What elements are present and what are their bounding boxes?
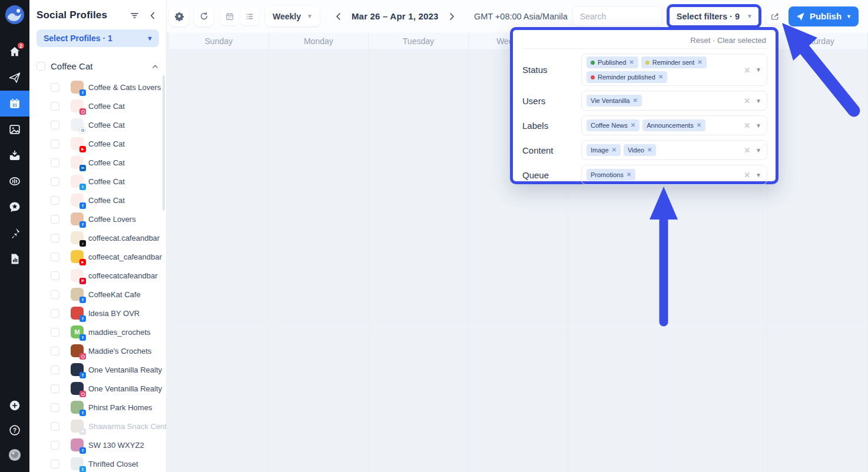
chevron-down-icon[interactable]: ▼ <box>756 98 761 104</box>
profile-row[interactable]: Pcoffeecatcafeandbar <box>29 266 166 285</box>
remove-tag-icon[interactable]: ✕ <box>632 98 637 104</box>
profile-checkbox[interactable] <box>51 158 59 167</box>
profiles-filter-icon[interactable] <box>130 11 140 21</box>
search-input[interactable] <box>572 6 662 26</box>
chevron-up-icon[interactable] <box>151 62 159 70</box>
profile-checkbox[interactable] <box>51 215 59 224</box>
profile-row[interactable]: ✳Shawarma Snack Cente… <box>29 417 166 436</box>
sidebar-item-calendar[interactable]: 31 <box>0 91 29 117</box>
calendar-view-button[interactable] <box>221 8 238 25</box>
sidebar-item-reports[interactable] <box>0 246 29 272</box>
profile-row[interactable]: ♪coffeecat.cafeandbar <box>29 228 166 247</box>
profile-row[interactable]: fCoffeeKat Cafe <box>29 285 166 304</box>
profile-row[interactable]: inCoffee Cat <box>29 153 166 172</box>
profile-row[interactable]: fSW 130 WXYZ2 <box>29 436 166 454</box>
profile-checkbox[interactable] <box>51 328 59 337</box>
sidebar-item-home[interactable]: 2 <box>0 39 29 65</box>
profile-row[interactable]: fPhirst Park Homes <box>29 398 166 417</box>
filter-field-content[interactable]: Image✕Video✕✕▼ <box>581 140 767 160</box>
remove-tag-icon[interactable]: ✕ <box>697 122 701 128</box>
profile-row[interactable]: fCoffee Cat <box>29 191 166 210</box>
profile-checkbox[interactable] <box>51 271 59 280</box>
profile-row[interactable]: fCoffee & Cats Lovers <box>29 78 166 97</box>
profile-checkbox[interactable] <box>51 309 59 318</box>
profile-row[interactable]: Coffee Cat <box>29 97 166 115</box>
profile-checkbox[interactable] <box>51 365 59 374</box>
remove-tag-icon[interactable]: ✕ <box>658 74 663 80</box>
profile-row[interactable]: Maddie's Crochets <box>29 341 166 360</box>
profile-checkbox[interactable] <box>51 139 59 148</box>
publish-button[interactable]: Publish ▼ <box>789 6 859 26</box>
day-column-saturday[interactable] <box>768 50 868 472</box>
profile-group-row[interactable]: Coffee Cat <box>29 59 166 73</box>
profile-checkbox[interactable] <box>51 460 59 468</box>
profile-row[interactable]: GCoffee Cat <box>29 115 166 134</box>
remove-tag-icon[interactable]: ✕ <box>627 172 631 178</box>
remove-tag-icon[interactable]: ✕ <box>631 122 635 128</box>
profile-checkbox[interactable] <box>51 83 59 92</box>
day-column-sunday[interactable] <box>169 50 269 472</box>
profile-checkbox[interactable] <box>51 403 59 412</box>
profile-checkbox[interactable] <box>51 177 59 186</box>
profile-checkbox[interactable] <box>51 384 59 393</box>
sidebar-item-publish-plane[interactable] <box>0 65 29 91</box>
panel-scrollbar[interactable] <box>163 75 165 211</box>
view-mode-dropdown[interactable]: Weekly ▼ <box>266 6 320 26</box>
profile-checkbox[interactable] <box>51 290 59 299</box>
filter-field-queue[interactable]: Promotions✕✕▼ <box>581 165 767 185</box>
share-button[interactable] <box>766 8 784 25</box>
profile-row[interactable]: Mfmaddies_crochets <box>29 323 166 341</box>
profile-row[interactable]: fCoffee Lovers <box>29 210 166 228</box>
app-logo-icon[interactable] <box>5 5 25 25</box>
profile-row[interactable]: One Ventanilla Realty <box>29 379 166 398</box>
settings-button[interactable] <box>169 6 189 26</box>
profile-checkbox[interactable] <box>51 121 59 129</box>
refresh-button[interactable] <box>194 6 214 26</box>
remove-tag-icon[interactable]: ✕ <box>612 147 617 153</box>
sidebar-item-pins[interactable] <box>0 220 29 246</box>
filter-field-status[interactable]: Published✕Reminder sent✕Reminder publish… <box>581 54 767 86</box>
sidebar-item-reviews[interactable] <box>0 194 29 220</box>
day-column-monday[interactable] <box>269 50 369 472</box>
sidebar-item-avatar[interactable] <box>0 443 29 467</box>
clear-field-icon[interactable]: ✕ <box>744 122 750 129</box>
chevron-down-icon[interactable]: ▼ <box>756 172 761 178</box>
profile-checkbox[interactable] <box>51 347 59 355</box>
reset-filters-link[interactable]: Reset <box>690 36 710 45</box>
filter-field-users[interactable]: Vie Ventanilla✕✕▼ <box>581 91 767 111</box>
clear-field-icon[interactable]: ✕ <box>744 97 750 105</box>
day-column-tuesday[interactable] <box>369 50 469 472</box>
filter-field-labels[interactable]: Coffee News✕Announcements✕✕▼ <box>581 115 767 135</box>
profile-checkbox[interactable] <box>51 196 59 205</box>
profile-row[interactable]: tThrifted Closet <box>29 454 166 472</box>
clear-field-icon[interactable]: ✕ <box>744 147 750 154</box>
list-view-button[interactable] <box>241 8 259 25</box>
select-filters-dropdown[interactable]: Select filters · 9 ▼ <box>670 7 758 25</box>
previous-week-button[interactable] <box>334 12 343 21</box>
sidebar-item-inbox[interactable] <box>0 142 29 168</box>
chevron-down-icon[interactable]: ▼ <box>756 122 761 128</box>
clear-field-icon[interactable]: ✕ <box>744 171 750 179</box>
clear-field-icon[interactable]: ✕ <box>744 66 750 74</box>
profile-checkbox[interactable] <box>51 102 59 111</box>
profile-checkbox[interactable] <box>51 422 59 431</box>
remove-tag-icon[interactable]: ✕ <box>629 59 634 65</box>
collapse-panel-icon[interactable] <box>148 11 158 21</box>
chevron-down-icon[interactable]: ▼ <box>756 147 761 153</box>
chevron-down-icon[interactable]: ▼ <box>756 67 761 73</box>
profile-checkbox[interactable] <box>51 234 59 242</box>
remove-tag-icon[interactable]: ✕ <box>647 147 652 153</box>
sidebar-item-listening[interactable] <box>0 168 29 194</box>
select-profiles-dropdown[interactable]: Select Profiles · 1 ▼ <box>37 29 159 47</box>
profile-row[interactable]: fOne Ventanilla Realty <box>29 360 166 379</box>
group-checkbox[interactable] <box>37 62 45 71</box>
profile-row[interactable]: tCoffee Cat <box>29 172 166 191</box>
profile-row[interactable]: ▶coffeecat_cafeandbar <box>29 247 166 266</box>
profile-row[interactable]: ▶Coffee Cat <box>29 134 166 153</box>
remove-tag-icon[interactable]: ✕ <box>697 59 702 65</box>
clear-selected-link[interactable]: Clear selected <box>717 36 766 45</box>
sidebar-item-help[interactable]: ? <box>0 418 29 443</box>
sidebar-item-media[interactable] <box>0 117 29 142</box>
profile-checkbox[interactable] <box>51 441 59 450</box>
profile-checkbox[interactable] <box>51 252 59 261</box>
